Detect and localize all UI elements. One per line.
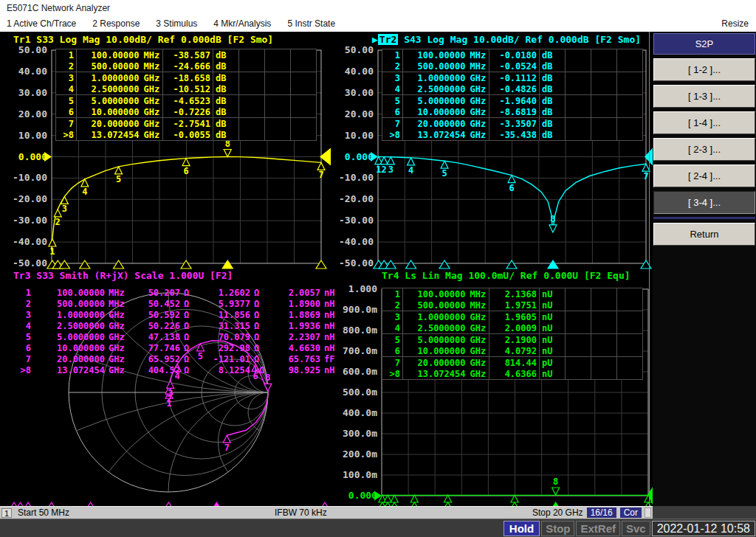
sweep-points-badge: 16/16	[587, 507, 616, 518]
marker-table-row: 2500.00000MHz-0.0524dB	[382, 60, 643, 72]
y-axis-tick: 0.000	[348, 490, 377, 501]
svc-indicator[interactable]: Svc	[622, 521, 650, 536]
stimulus-marker-5	[439, 260, 450, 268]
marker-table-row: 55.0000000GHz47.138Ω70.079Ω2.2307nH	[13, 332, 345, 343]
marker-4-label: 4	[408, 165, 413, 176]
marker-4-label: 4	[82, 187, 87, 197]
marker-table-row: 55.0000000GHz-1.9640dB	[382, 95, 643, 107]
marker-table-row: 55.0000000GHz-4.6523dB	[56, 95, 317, 107]
marker-table-row: 1100.00000MHz50.207Ω1.2602Ω2.0057nH	[13, 288, 345, 299]
status-end-box	[645, 507, 651, 518]
resize-button[interactable]: Resize	[721, 18, 749, 29]
analyzer-screen: E5071C Network Analyzer 1 Active Ch/Trac…	[0, 0, 756, 537]
tr3-title[interactable]: Tr3 S33 Smith (R+jX) Scale 1.000U [F2]	[13, 270, 233, 281]
softkey-button-2-4[interactable]: [ 2-4 ]...	[653, 164, 755, 187]
marker-6-label: 6	[509, 183, 514, 193]
y-axis-tick: -40.00	[13, 236, 47, 247]
marker-table-row: 720.000000GHz65.952Ω-121.01Ω65.763fF	[13, 354, 345, 365]
window-title: E5071C Network Analyzer	[0, 0, 756, 15]
marker-1-glyph	[49, 239, 56, 246]
softkey-button-2-3[interactable]: [ 2-3 ]...	[653, 138, 755, 161]
marker-table-row: 42.5000000GHz50.226Ω31.315Ω1.9936nH	[13, 321, 345, 332]
softkey-sidebar: S2P [ 1-2 ]...[ 1-3 ]...[ 1-4 ]...[ 2-3 …	[653, 32, 756, 506]
menu-item-1[interactable]: 1 Active Ch/Trace	[7, 18, 76, 29]
softkey-button-1-4[interactable]: [ 1-4 ]...	[653, 111, 755, 134]
marker-6-label: 6	[183, 166, 188, 176]
stop-indicator[interactable]: Stop	[541, 521, 574, 536]
menu-items: 1 Active Ch/Trace2 Response3 Stimulus4 M…	[0, 18, 335, 29]
status-bar: 1 Start 50 MHz IFBW 70 kHz Stop 20 GHz 1…	[0, 506, 653, 519]
y-axis-tick: 800.0m	[343, 325, 377, 336]
y-axis-tick: 0.000	[345, 151, 374, 162]
softkey-return-button[interactable]: Return	[653, 223, 755, 246]
y-axis-tick: 1.000	[348, 283, 377, 294]
softkey-divider	[653, 217, 755, 219]
datetime-display: 2022-01-12 10:58	[652, 521, 755, 536]
tr4-title[interactable]: Tr4 Ls Lin Mag 100.0mU/ Ref 0.000U [F2 E…	[382, 270, 630, 281]
marker-8-label: 8	[550, 214, 555, 224]
stimulus-marker-7	[316, 260, 326, 268]
y-axis-tick: 500.0m	[343, 387, 377, 398]
sidebar-splitter	[649, 32, 650, 506]
marker-table-row: 31.0000000GHz1.9605nU	[382, 311, 643, 323]
marker-6-glyph	[182, 159, 190, 166]
marker-table-row: 610.000000GHz77.746Ω292.98Ω4.6630nH	[13, 343, 345, 354]
marker-3-label: 3	[168, 388, 173, 398]
y-axis-tick: 200.0m	[343, 448, 377, 460]
marker-table-row: 610.000000GHz-0.7226dB	[56, 106, 317, 118]
stimulus-marker-8	[222, 260, 233, 268]
marker-7-label: 7	[318, 170, 323, 180]
marker-table-row: >813.072454GHz-35.438dB	[382, 129, 643, 141]
marker-table-row: 720.000000GHz-2.7541dB	[56, 118, 317, 130]
y-axis-tick: 100.0m	[343, 469, 377, 480]
y-axis-tick: -20.00	[339, 193, 374, 204]
menu-item-3[interactable]: 3 Stimulus	[156, 18, 197, 29]
tr2-title[interactable]: ▶Tr2 S43 Log Mag 10.00dB/ Ref 0.000dB [F…	[372, 34, 641, 45]
start-frequency-label: Start 50 MHz	[18, 507, 69, 518]
menu-item-5[interactable]: 5 Instr State	[287, 18, 335, 29]
softkey-button-1-2[interactable]: [ 1-2 ]...	[653, 58, 755, 81]
y-axis-tick: 40.00	[18, 66, 47, 77]
y-axis-tick: 600.0m	[343, 366, 377, 377]
hold-indicator[interactable]: Hold	[504, 521, 540, 536]
marker-table-row: 31.0000000GHz-0.1112dB	[382, 72, 643, 84]
y-axis-tick: 30.00	[18, 87, 47, 98]
marker-8-glyph	[552, 488, 560, 495]
marker-2-glyph	[380, 157, 388, 164]
marker-1-label: 1	[376, 164, 381, 175]
tr3-marker-table: 1100.00000MHz50.207Ω1.2602Ω2.0057nH2500.…	[13, 288, 345, 376]
y-axis-tick: 400.0m	[343, 407, 377, 418]
y-axis-tick: -50.00	[13, 257, 47, 268]
menu-item-4[interactable]: 4 Mkr/Analysis	[213, 18, 271, 29]
marker-5-label: 5	[441, 168, 447, 179]
stimulus-marker-6	[181, 260, 191, 268]
marker-1-label: 1	[49, 246, 55, 257]
softkey-button-1-3[interactable]: [ 1-3 ]...	[653, 85, 755, 108]
marker-7-glyph	[317, 162, 325, 170]
marker-table-row: 42.5000000GHz2.0009nU	[382, 322, 643, 334]
menu-item-2[interactable]: 2 Response	[92, 18, 140, 29]
marker-table-row: 31.0000000GHz-18.658dB	[56, 72, 317, 84]
marker-table-row: 2500.00000MHz50.452Ω5.9377Ω1.8900nH	[13, 299, 345, 310]
marker-2-glyph	[54, 209, 61, 217]
marker-5-label: 5	[116, 174, 121, 184]
stimulus-marker-4	[80, 260, 90, 268]
marker-7-glyph	[223, 435, 230, 443]
marker-table-row: 1100.00000MHz-0.0180dB	[382, 49, 643, 61]
ifbw-label: IFBW 70 kHz	[275, 507, 327, 518]
y-axis-tick: -40.00	[339, 236, 374, 247]
softkey-button-3-4[interactable]: [ 3-4 ]...	[653, 191, 755, 214]
marker-3-glyph	[387, 157, 394, 164]
y-axis-tick: 900.0m	[343, 304, 377, 315]
marker-2-label: 2	[382, 164, 387, 175]
tr1-title[interactable]: Tr1 S33 Log Mag 10.00dB/ Ref 0.000dB [F2…	[13, 34, 273, 45]
marker-table-row: 55.0000000GHz2.1900nU	[382, 334, 643, 346]
status-bar-filler	[653, 506, 756, 519]
y-axis-tick: -20.00	[13, 193, 47, 204]
marker-table-row: 610.000000GHz4.0792nU	[382, 345, 643, 357]
status-right-group: Stop 20 GHz 16/16 Cor	[532, 507, 653, 518]
marker-5-glyph	[441, 161, 448, 168]
extref-indicator[interactable]: ExtRef	[576, 521, 620, 536]
y-axis-tick: -10.00	[13, 172, 47, 183]
marker-table-row: 2500.00000MHz1.9751nU	[382, 299, 643, 311]
